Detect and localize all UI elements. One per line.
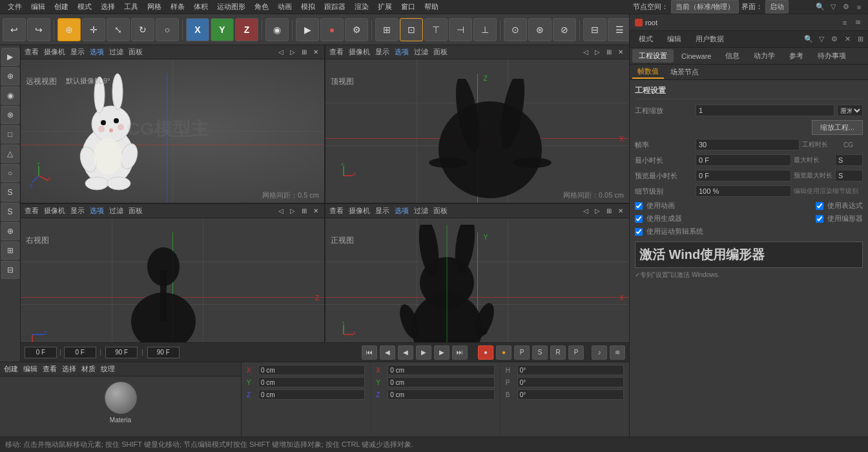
min-input[interactable] [696,154,791,166]
mode-tab[interactable]: 模式 [632,32,659,46]
vp-br-panel[interactable]: 面板 [433,206,448,216]
undo-button[interactable]: ↩ [3,18,26,41]
scale-prop-input[interactable] [696,105,834,116]
viewport-layout-button[interactable]: ⊞ [375,18,398,41]
vp-br-view[interactable]: 查看 [329,206,344,216]
menu-create[interactable]: 创建 [50,1,72,13]
search-icon[interactable]: 🔍 [815,2,825,12]
menu-simulate[interactable]: 模拟 [297,1,319,13]
settings-right-icon[interactable]: ⚙ [829,34,840,45]
scale-y-input[interactable] [388,377,494,387]
mat-tab-view[interactable]: 查看 [43,364,57,374]
left-btn-s2[interactable]: S [1,203,19,221]
scene-nodes-tab[interactable]: 场景节点 [665,66,704,78]
vp-bl-close[interactable]: ✕ [311,207,320,216]
settings-icon[interactable]: ⚙ [841,2,851,12]
menu-edit[interactable]: 编辑 [27,1,49,13]
viewport-front-canvas[interactable]: Y X C [326,218,629,362]
vp-br-icon1[interactable]: ◁ [581,207,590,216]
redo-button[interactable]: ↪ [27,18,50,41]
menu-mograph[interactable]: 运动图形 [213,1,249,13]
max-input[interactable] [835,154,863,166]
left-btn-s1[interactable]: S [1,183,19,201]
menu-tracker[interactable]: 跟踪器 [320,1,349,13]
vp-tl-display[interactable]: 显示 [70,47,85,57]
todo-tab[interactable]: 待办事项 [811,49,852,63]
menu-help[interactable]: 帮助 [420,1,442,13]
pos-x-input[interactable] [258,365,365,375]
right-view-button[interactable]: ⊣ [449,18,472,41]
dynamics-tab[interactable]: 动力学 [747,49,781,63]
menu-spline[interactable]: 样条 [167,1,189,13]
axis-y-button[interactable]: Y [211,18,234,41]
multi-snap-button[interactable]: ⊛ [528,18,552,41]
vp-tr-display[interactable]: 显示 [375,47,389,57]
lod-input[interactable] [696,185,791,197]
viewport-right[interactable]: 查看 摄像机 显示 选项 过滤 面板 ◁ ▷ ⊞ ✕ Y Z [21,204,324,362]
vp-tr-panel[interactable]: 面板 [433,47,448,57]
ref-tool-button[interactable]: ○ [156,18,179,41]
left-btn-6[interactable]: △ [1,145,19,163]
viewport-front[interactable]: 查看 摄像机 显示 选项 过滤 面板 ◁ ▷ ⊞ ✕ Y X [326,204,629,362]
mat-tab-texture[interactable]: 纹理 [101,364,115,374]
vp-br-camera[interactable]: 摄像机 [349,206,370,216]
vp-tl-icon1[interactable]: ◁ [276,48,285,57]
menu-volume[interactable]: 体积 [190,1,212,13]
rot-h-input[interactable] [517,365,624,375]
left-btn-4[interactable]: ⊗ [1,106,19,124]
vp-br-display[interactable]: 显示 [375,206,389,216]
vp-br-expand[interactable]: ⊞ [604,207,614,216]
viewport-top-canvas[interactable]: Z X CG模型主 X Z 顶视图 网格间距：0.05 cm [326,59,629,203]
auto-key-button[interactable]: ● [496,345,512,360]
vp-tr-view[interactable]: 查看 [329,47,344,57]
edit-tab[interactable]: 编辑 [661,32,688,46]
use-anim-checkbox[interactable] [635,202,643,210]
use-expr-checkbox[interactable] [816,202,823,210]
vp-tl-camera[interactable]: 摄像机 [44,47,65,57]
render-settings-button[interactable]: ⚙ [345,18,368,41]
menu-select[interactable]: 选择 [97,1,119,13]
vp-tr-icon2[interactable]: ▷ [593,48,602,57]
prev-frame-button[interactable]: ◀ [380,345,395,360]
frame-values-tab[interactable]: 帧数值 [632,65,664,79]
vp-tr-expand[interactable]: ⊞ [604,48,614,57]
vp-tl-options[interactable]: 选项 [90,47,104,57]
left-btn-10[interactable]: ⊞ [1,241,19,260]
axis-z-button[interactable]: Z [235,18,258,41]
vp-tl-icon2[interactable]: ▷ [288,48,297,57]
vp-tr-options[interactable]: 选项 [395,47,409,57]
record-button[interactable]: ● [320,18,344,41]
menu-mesh[interactable]: 网格 [143,1,165,13]
more-icon[interactable]: ≡ [854,2,864,12]
vp-tr-camera[interactable]: 摄像机 [349,47,370,57]
move-tool-button[interactable]: ✛ [82,18,105,41]
menu-character[interactable]: 角色 [251,1,273,13]
reference-tab[interactable]: 参考 [783,49,810,63]
viewport-right-canvas[interactable]: Y Z CG模型主 Y Z 右视图 网格间距：0.05 cm [21,218,324,362]
viewport-perspective-canvas[interactable]: CG模型主 Z X Y 远视视图 默认摄像机.9° 网格间距：0.5 cm [21,59,324,203]
vp-tr-close[interactable]: ✕ [616,48,625,57]
rot-key-button[interactable]: R [550,345,566,360]
menu-mode[interactable]: 模式 [74,1,96,13]
node-editor-button[interactable]: ⊟ [583,18,606,41]
scale-tool-button[interactable]: ⤡ [107,18,130,41]
vp-tl-expand[interactable]: ⊞ [300,48,309,57]
goto-end-button[interactable]: ⏭ [452,345,468,360]
object-mode-button[interactable]: ◉ [265,18,289,41]
mat-tab-material[interactable]: 材质 [81,364,96,374]
left-btn-2[interactable]: ⊕ [1,67,19,85]
use-deform-checkbox[interactable] [816,215,823,223]
left-btn-9[interactable]: ⊕ [1,222,19,240]
vp-bl-icon2[interactable]: ▷ [288,207,297,216]
viewport-perspective[interactable]: 查看 摄像机 显示 选项 过滤 面板 ◁ ▷ ⊞ ✕ [21,45,324,203]
motion-button[interactable]: ≋ [610,345,625,360]
goto-start-button[interactable]: ⏮ [362,345,377,360]
select-tool-button[interactable]: ⊕ [57,18,81,41]
menu-file[interactable]: 文件 [4,1,26,13]
fps-input[interactable] [696,139,800,150]
vp-tl-filter[interactable]: 过滤 [109,47,123,57]
vp-bl-view[interactable]: 查看 [25,206,39,216]
object-snap-button[interactable]: ⊙ [504,18,527,41]
sound-button[interactable]: ♪ [592,345,607,360]
vp-tl-panel[interactable]: 面板 [129,47,143,57]
